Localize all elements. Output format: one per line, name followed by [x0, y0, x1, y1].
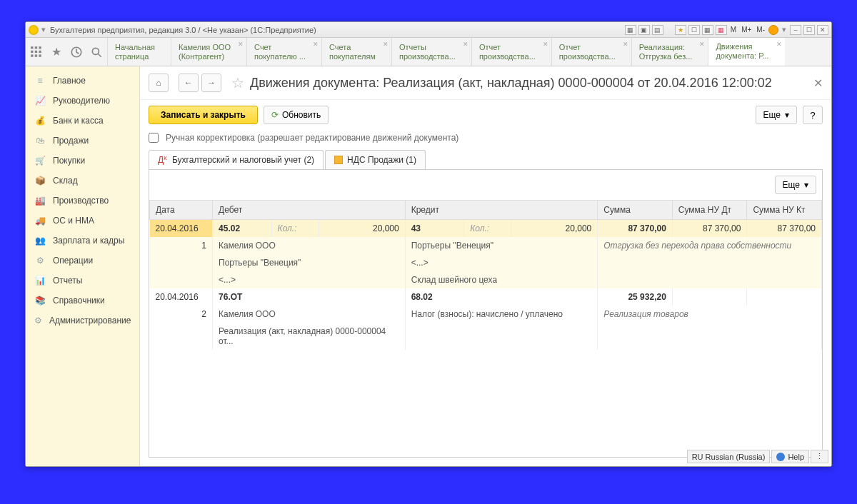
svg-rect-4 — [35, 50, 37, 52]
sidebar-item-salary[interactable]: 👥Зарплата и кадры — [26, 231, 139, 251]
table-row[interactable]: 20.04.2016 45.02 Кол.: 20,000 43 Кол.: 2… — [150, 220, 822, 238]
tb-tool-1[interactable]: ▦ — [625, 25, 636, 35]
info-icon[interactable] — [768, 25, 778, 35]
sidebar-item-bank[interactable]: 💰Банк и касса — [26, 111, 139, 131]
sidebar-item-director[interactable]: 📈Руководителю — [26, 91, 139, 111]
table-row[interactable]: 20.04.2016 76.ОТ 68.02 25 932,20 — [150, 288, 822, 306]
sidebar-item-admin[interactable]: ⚙Администрирование — [26, 311, 139, 331]
close-icon[interactable]: ✕ — [463, 40, 468, 49]
col-debit[interactable]: Дебет — [213, 201, 406, 220]
report-icon: 📊 — [34, 276, 46, 286]
tb-tool-4[interactable]: ☐ — [688, 25, 700, 35]
calendar-icon[interactable]: ▦ — [716, 25, 727, 35]
close-icon[interactable]: ✕ — [313, 40, 319, 49]
refresh-icon: ⟳ — [271, 110, 279, 120]
manual-edit-checkbox[interactable] — [149, 133, 159, 143]
app-icon — [29, 25, 39, 35]
tab-strip: Начальнаястраница Камелия ООО(Контрагент… — [107, 38, 831, 66]
close-icon[interactable]: ✕ — [238, 40, 244, 49]
factory-icon: 🏭 — [34, 196, 46, 206]
close-doc-button[interactable]: ✕ — [813, 76, 823, 90]
menu-icon: ≡ — [34, 76, 46, 86]
sidebar-item-production[interactable]: 🏭Производство — [26, 191, 139, 211]
tb-dropdown[interactable]: ▾ — [782, 25, 786, 34]
action-bar: Записать и закрыть ⟳Обновить Еще▾ ? — [140, 100, 831, 130]
tab-7[interactable]: Реализация:Отгрузка без...✕ — [631, 38, 708, 66]
forward-button[interactable]: → — [201, 74, 221, 92]
tab-l1: Начальная — [115, 43, 155, 51]
col-date[interactable]: Дата — [150, 201, 213, 220]
tab-l2: страница — [115, 52, 149, 61]
top-toolbar: ★ Начальнаястраница Камелия ООО(Контраге… — [26, 38, 831, 66]
book-icon: 📚 — [34, 296, 46, 306]
table-row[interactable]: 2 Камелия ООО Налог (взносы): начислено … — [150, 306, 822, 323]
status-menu[interactable]: ⋮ — [811, 450, 828, 463]
maximize-button[interactable]: ☐ — [803, 25, 815, 35]
sidebar-item-sales[interactable]: 🛍Продажи — [26, 131, 139, 151]
home-button[interactable]: ⌂ — [149, 74, 169, 92]
sidebar-item-reports[interactable]: 📊Отчеты — [26, 271, 139, 291]
refresh-button[interactable]: ⟳Обновить — [264, 106, 329, 124]
history-icon[interactable] — [70, 46, 83, 59]
sidebar-item-operations[interactable]: ⚙Операции — [26, 251, 139, 271]
memory-mminus[interactable]: M- — [755, 26, 766, 34]
save-close-button[interactable]: Записать и закрыть — [149, 106, 258, 124]
cell-date: 20.04.2016 — [150, 220, 213, 238]
bookmark-icon[interactable]: ☆ — [231, 74, 244, 91]
toolbar-icons: ★ — [26, 38, 107, 66]
search-icon[interactable] — [90, 46, 103, 59]
subtab-accounting[interactable]: Дᴷ Бухгалтерский и налоговый учет (2) — [149, 150, 324, 169]
sidebar-item-main[interactable]: ≡Главное — [26, 71, 139, 91]
dropdown-icon[interactable]: ▾ — [41, 25, 46, 34]
manual-edit-row: Ручная корректировка (разрешает редактир… — [140, 130, 831, 150]
tab-3[interactable]: Счетапокупателям✕ — [321, 38, 391, 66]
svg-rect-0 — [31, 46, 33, 49]
tab-start[interactable]: Начальнаястраница — [107, 38, 171, 66]
col-credit[interactable]: Кредит — [405, 201, 598, 220]
close-icon[interactable]: ✕ — [776, 40, 782, 49]
panel-more-button[interactable]: Еще▾ — [775, 176, 816, 194]
tb-tool-2[interactable]: ▣ — [638, 25, 650, 35]
apps-icon[interactable] — [30, 46, 43, 59]
close-icon[interactable]: ✕ — [699, 40, 705, 49]
bag-icon: 🛍 — [34, 136, 46, 146]
close-icon[interactable]: ✕ — [383, 40, 389, 49]
svg-rect-8 — [39, 54, 41, 56]
svg-rect-5 — [39, 50, 41, 52]
more-button[interactable]: Еще▾ — [756, 106, 797, 124]
tab-8[interactable]: Движениядокумента: Р...✕ — [708, 38, 784, 66]
subtab-vat[interactable]: НДС Продажи (1) — [325, 150, 426, 169]
sidebar-item-purchases[interactable]: 🛒Покупки — [26, 151, 139, 171]
sidebar-item-warehouse[interactable]: 📦Склад — [26, 171, 139, 191]
col-sum-nu-kt[interactable]: Сумма НУ Кт — [747, 201, 822, 220]
tab-4[interactable]: Отчетыпроизводства...✕ — [391, 38, 471, 66]
col-sum-nu-dt[interactable]: Сумма НУ Дт — [672, 201, 747, 220]
close-icon[interactable]: ✕ — [543, 40, 548, 49]
doc-header: ⌂ ← → ☆ Движения документа: Реализация (… — [140, 66, 831, 100]
tab-1[interactable]: Камелия ООО(Контрагент)✕ — [171, 38, 246, 66]
sidebar-item-assets[interactable]: 🚚ОС и НМА — [26, 211, 139, 231]
col-sum[interactable]: Сумма — [598, 201, 673, 220]
tab-5[interactable]: Отчетпроизводства...✕ — [471, 38, 551, 66]
tab-2[interactable]: Счетпокупателю ...✕ — [246, 38, 321, 66]
chart-icon: 📈 — [34, 96, 46, 106]
close-button[interactable]: ✕ — [817, 25, 828, 35]
window-title: Бухгалтерия предприятия, редакция 3.0 / … — [50, 26, 625, 34]
close-icon[interactable]: ✕ — [623, 40, 628, 49]
tab-6[interactable]: Отчетпроизводства...✕ — [551, 38, 631, 66]
star-icon[interactable]: ★ — [50, 46, 63, 59]
help-indicator[interactable]: Help — [771, 450, 809, 463]
sidebar-item-refs[interactable]: 📚Справочники — [26, 291, 139, 311]
truck-icon: 🚚 — [34, 216, 46, 226]
calculator-icon[interactable]: ▦ — [702, 25, 713, 35]
help-button[interactable]: ? — [803, 106, 823, 124]
language-indicator[interactable]: RU Russian (Russia) — [687, 450, 771, 463]
memory-m[interactable]: M — [729, 26, 738, 34]
minimize-button[interactable]: – — [790, 25, 801, 35]
memory-mplus[interactable]: M+ — [740, 26, 753, 34]
svg-point-10 — [92, 48, 99, 54]
table-row[interactable]: 1 Камелия ООО Портьеры "Венеция" Отгрузк… — [150, 237, 822, 254]
tb-tool-3[interactable]: ▤ — [652, 25, 663, 35]
favorite-icon[interactable]: ★ — [675, 25, 686, 35]
back-button[interactable]: ← — [179, 74, 199, 92]
